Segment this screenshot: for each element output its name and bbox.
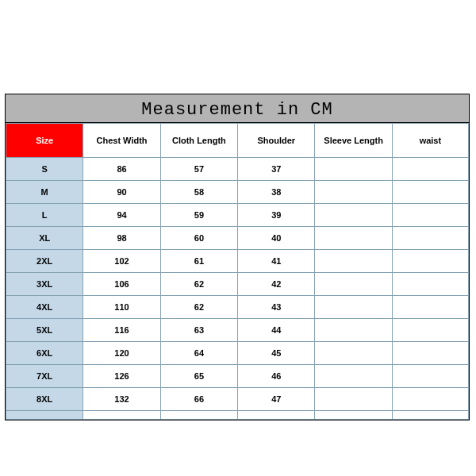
cell-shoulder: 45 bbox=[238, 342, 315, 365]
cell-shoulder: 38 bbox=[238, 181, 315, 204]
cell-sleeve_length bbox=[315, 296, 392, 319]
cell-chest_width: 94 bbox=[83, 204, 160, 227]
table-title: Measurement in CM bbox=[6, 94, 469, 123]
cell-chest_width: 98 bbox=[83, 227, 160, 250]
cell-size: 6XL bbox=[6, 342, 83, 365]
table-row: 8XL1326647 bbox=[6, 388, 469, 411]
cell-waist bbox=[392, 158, 468, 181]
table-row: S865737 bbox=[6, 158, 469, 181]
cell-cloth_length: 65 bbox=[160, 365, 237, 388]
table-row: 2XL1026141 bbox=[6, 250, 469, 273]
cell-size: 5XL bbox=[6, 319, 83, 342]
cell-waist bbox=[392, 204, 468, 227]
cell-sleeve_length bbox=[315, 342, 392, 365]
cell-waist bbox=[392, 227, 468, 250]
cell-waist bbox=[392, 181, 468, 204]
cell-shoulder: 43 bbox=[238, 296, 315, 319]
cell-cloth_length: 59 bbox=[160, 204, 237, 227]
cell-cloth_length: 62 bbox=[160, 296, 237, 319]
cell-cloth_length: 64 bbox=[160, 342, 237, 365]
cell-sleeve_length bbox=[315, 273, 392, 296]
col-header-cloth-length: Cloth Length bbox=[160, 124, 237, 158]
cell-shoulder: 46 bbox=[238, 365, 315, 388]
cell-chest_width: 90 bbox=[83, 181, 160, 204]
col-header-waist: waist bbox=[392, 124, 468, 158]
col-header-sleeve-length: Sleeve Length bbox=[315, 124, 392, 158]
cell-cloth_length: 66 bbox=[160, 388, 237, 411]
cell-size: L bbox=[6, 204, 83, 227]
cell-cloth_length: 60 bbox=[160, 227, 237, 250]
cell-waist bbox=[392, 319, 468, 342]
cell-sleeve_length bbox=[315, 365, 392, 388]
cell-cloth_length: 57 bbox=[160, 158, 237, 181]
cell-size: XL bbox=[6, 227, 83, 250]
cell-chest_width: 116 bbox=[83, 319, 160, 342]
header-row: Size Chest Width Cloth Length Shoulder S… bbox=[6, 124, 469, 158]
cell-chest_width: 102 bbox=[83, 250, 160, 273]
spacer-cell bbox=[83, 411, 160, 420]
cell-sleeve_length bbox=[315, 204, 392, 227]
col-header-chest-width: Chest Width bbox=[83, 124, 160, 158]
cell-chest_width: 126 bbox=[83, 365, 160, 388]
cell-waist bbox=[392, 388, 468, 411]
measurement-table: Size Chest Width Cloth Length Shoulder S… bbox=[6, 123, 469, 420]
spacer-cell bbox=[160, 411, 237, 420]
cell-sleeve_length bbox=[315, 250, 392, 273]
cell-cloth_length: 63 bbox=[160, 319, 237, 342]
cell-waist bbox=[392, 250, 468, 273]
cell-waist bbox=[392, 365, 468, 388]
cell-shoulder: 37 bbox=[238, 158, 315, 181]
table-row: XL986040 bbox=[6, 227, 469, 250]
table-row: L945939 bbox=[6, 204, 469, 227]
table-row: 7XL1266546 bbox=[6, 365, 469, 388]
cell-size: 4XL bbox=[6, 296, 83, 319]
cell-chest_width: 132 bbox=[83, 388, 160, 411]
col-header-size: Size bbox=[6, 124, 83, 158]
cell-chest_width: 86 bbox=[83, 158, 160, 181]
spacer-cell bbox=[238, 411, 315, 420]
cell-waist bbox=[392, 296, 468, 319]
cell-cloth_length: 62 bbox=[160, 273, 237, 296]
table-row: 5XL1166344 bbox=[6, 319, 469, 342]
cell-shoulder: 47 bbox=[238, 388, 315, 411]
cell-waist bbox=[392, 273, 468, 296]
cell-size: 7XL bbox=[6, 365, 83, 388]
cell-shoulder: 44 bbox=[238, 319, 315, 342]
spacer-row bbox=[6, 411, 469, 420]
cell-size: 8XL bbox=[6, 388, 83, 411]
col-header-shoulder: Shoulder bbox=[238, 124, 315, 158]
cell-size: 3XL bbox=[6, 273, 83, 296]
spacer-cell bbox=[315, 411, 392, 420]
cell-sleeve_length bbox=[315, 227, 392, 250]
cell-size: M bbox=[6, 181, 83, 204]
cell-size: S bbox=[6, 158, 83, 181]
cell-chest_width: 106 bbox=[83, 273, 160, 296]
table-row: M905838 bbox=[6, 181, 469, 204]
cell-shoulder: 41 bbox=[238, 250, 315, 273]
cell-shoulder: 42 bbox=[238, 273, 315, 296]
cell-size: 2XL bbox=[6, 250, 83, 273]
cell-shoulder: 39 bbox=[238, 204, 315, 227]
cell-cloth_length: 58 bbox=[160, 181, 237, 204]
measurement-table-frame: Measurement in CM Size Chest Width Cloth… bbox=[5, 94, 470, 420]
cell-chest_width: 110 bbox=[83, 296, 160, 319]
cell-waist bbox=[392, 342, 468, 365]
cell-sleeve_length bbox=[315, 158, 392, 181]
cell-sleeve_length bbox=[315, 319, 392, 342]
cell-chest_width: 120 bbox=[83, 342, 160, 365]
cell-sleeve_length bbox=[315, 388, 392, 411]
table-row: 6XL1206445 bbox=[6, 342, 469, 365]
table-row: 4XL1106243 bbox=[6, 296, 469, 319]
spacer-cell bbox=[392, 411, 468, 420]
spacer-cell bbox=[6, 411, 83, 420]
cell-cloth_length: 61 bbox=[160, 250, 237, 273]
cell-shoulder: 40 bbox=[238, 227, 315, 250]
cell-sleeve_length bbox=[315, 181, 392, 204]
table-row: 3XL1066242 bbox=[6, 273, 469, 296]
